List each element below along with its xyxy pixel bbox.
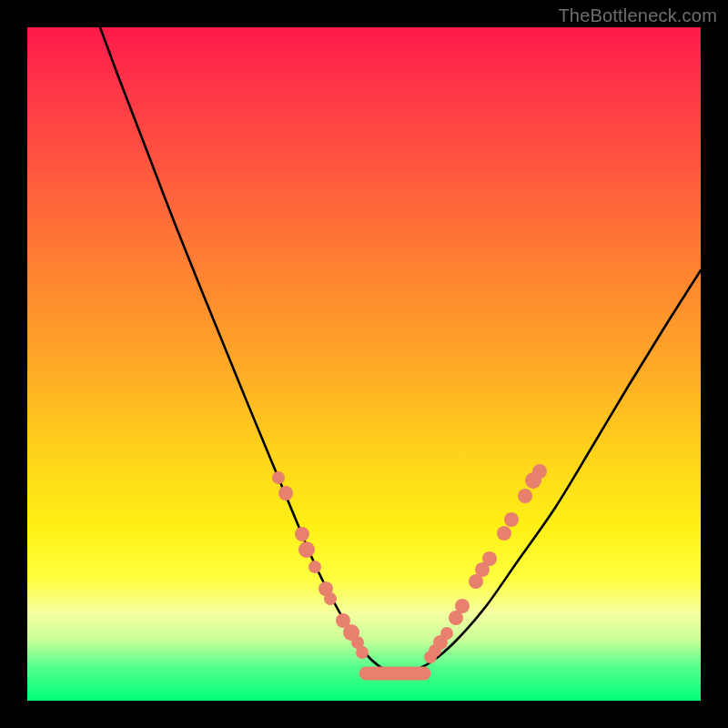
- data-marker: [295, 527, 309, 541]
- data-marker: [324, 592, 337, 605]
- bottleneck-curve: [100, 27, 701, 675]
- data-marker: [308, 561, 321, 573]
- data-marker: [440, 627, 453, 640]
- marker-cluster-left: [272, 471, 369, 659]
- chart-frame: TheBottleneck.com: [0, 0, 728, 728]
- data-marker: [278, 486, 293, 500]
- data-marker: [298, 541, 315, 558]
- data-marker: [497, 526, 511, 541]
- plot-area: [27, 27, 701, 701]
- data-marker: [518, 489, 532, 503]
- data-marker: [482, 551, 497, 566]
- data-marker: [455, 599, 470, 613]
- data-marker: [356, 646, 369, 659]
- watermark-text: TheBottleneck.com: [558, 5, 717, 26]
- data-marker: [504, 512, 519, 527]
- data-marker: [272, 471, 285, 484]
- curve-layer: [27, 27, 701, 701]
- data-marker: [532, 464, 547, 479]
- marker-cluster-right: [424, 464, 547, 663]
